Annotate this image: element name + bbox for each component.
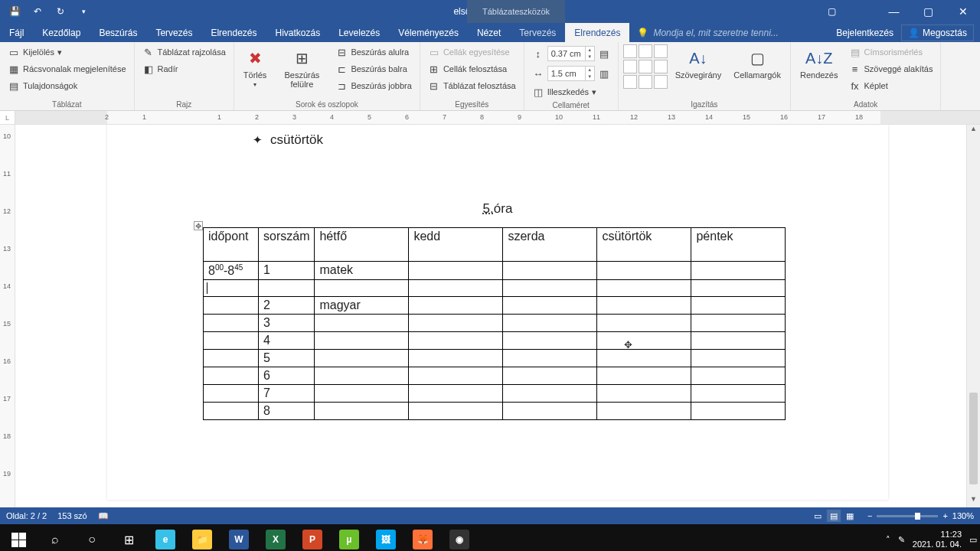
table-cell[interactable] xyxy=(409,262,503,280)
qat-more-icon[interactable]: ▾ xyxy=(77,5,90,18)
table-cell[interactable]: magyar xyxy=(315,297,409,315)
tab-table-layout[interactable]: Elrendezés xyxy=(565,23,629,42)
scroll-down-arrow[interactable]: ▼ xyxy=(967,495,980,507)
table-cell[interactable] xyxy=(409,403,503,420)
scroll-up-arrow[interactable]: ▲ xyxy=(967,125,980,137)
table-cell[interactable] xyxy=(691,367,786,385)
tab-references[interactable]: Hivatkozás xyxy=(266,23,330,42)
row-height-value[interactable]: 0.37 cm xyxy=(548,49,585,58)
table-cell[interactable] xyxy=(597,262,691,280)
taskbar-app-explorer[interactable]: 📁 xyxy=(184,524,220,551)
start-button[interactable] xyxy=(0,524,37,551)
table-cell[interactable]: 6 xyxy=(259,367,315,385)
minimize-button[interactable]: — xyxy=(877,0,911,23)
formula-button[interactable]: fxKéplet xyxy=(846,78,936,93)
properties-button[interactable]: ▤Tulajdonságok xyxy=(5,78,129,93)
table-cell[interactable]: 4 xyxy=(259,332,315,350)
col-width-control[interactable]: ↔1.5 cm▲▼▥ xyxy=(529,64,613,83)
table-cell[interactable] xyxy=(691,332,786,350)
table-cell[interactable]: matek xyxy=(315,262,409,280)
tab-home[interactable]: Kezdőlap xyxy=(33,23,90,42)
table-cell[interactable] xyxy=(691,297,786,315)
merge-cells-button[interactable]: ▭Cellák egyesítése xyxy=(425,44,519,60)
table-cell[interactable] xyxy=(597,385,691,403)
vertical-scrollbar[interactable]: ▲ ▼ xyxy=(966,125,980,507)
table-cell[interactable] xyxy=(503,403,597,420)
table-header-cell[interactable]: szerda xyxy=(503,228,597,262)
taskview-button[interactable]: ⊞ xyxy=(110,524,147,551)
document-table[interactable]: időpontsorszámhétfőkeddszerdacsütörtökpé… xyxy=(203,227,786,420)
table-cell[interactable] xyxy=(691,315,786,332)
table-move-handle[interactable]: ✥ xyxy=(194,221,203,230)
signin-link[interactable]: Bejelentkezés xyxy=(836,28,893,38)
taskbar-app-firefox[interactable]: 🦊 xyxy=(404,524,441,551)
table-cell[interactable] xyxy=(204,403,259,420)
table-cell[interactable]: 2 xyxy=(259,297,315,315)
table-cell[interactable]: 7 xyxy=(259,385,315,403)
table-cell[interactable] xyxy=(597,350,691,367)
taskbar-app-excel[interactable]: X xyxy=(257,524,294,551)
table-cell[interactable] xyxy=(691,280,786,297)
table-header-cell[interactable]: péntek xyxy=(691,228,786,262)
table-cell[interactable] xyxy=(204,332,259,350)
sort-button[interactable]: A↓ZRendezés xyxy=(795,44,843,83)
table-header-cell[interactable]: időpont xyxy=(204,228,259,262)
table-cell[interactable]: 5 xyxy=(259,350,315,367)
select-button[interactable]: ▭Kijelölés ▾ xyxy=(5,44,129,60)
taskbar-app-word[interactable]: W xyxy=(220,524,257,551)
tray-overflow-icon[interactable]: ˄ xyxy=(886,535,890,545)
table-cell[interactable] xyxy=(503,262,597,280)
insert-right-button[interactable]: ⊐Beszúrás jobbra xyxy=(332,78,415,93)
notifications-icon[interactable]: ▭ xyxy=(969,535,977,545)
table-header-cell[interactable]: sorszám xyxy=(259,228,315,262)
delete-button[interactable]: ✖Törlés▾ xyxy=(239,44,272,91)
table-cell[interactable] xyxy=(503,332,597,350)
vertical-ruler[interactable]: 10111213141516171819 xyxy=(0,125,15,507)
zoom-out-button[interactable]: − xyxy=(867,511,872,520)
tab-layout[interactable]: Elrendezés xyxy=(201,23,266,42)
ink-icon[interactable]: ✎ xyxy=(898,535,905,545)
tab-insert[interactable]: Beszúrás xyxy=(90,23,146,42)
print-layout-button[interactable]: ▤ xyxy=(827,510,841,522)
undo-icon[interactable]: ↶ xyxy=(31,5,44,18)
ribbon-display-icon[interactable]: ▢ xyxy=(822,6,842,17)
table-cell[interactable] xyxy=(503,280,597,297)
split-cells-button[interactable]: ⊞Cellák felosztása xyxy=(425,61,519,77)
table-cell[interactable] xyxy=(315,403,409,420)
table-cell[interactable] xyxy=(204,385,259,403)
redo-icon[interactable]: ↻ xyxy=(54,5,67,18)
table-cell[interactable]: 1 xyxy=(259,262,315,280)
tab-view[interactable]: Nézet xyxy=(468,23,510,42)
table-cell[interactable] xyxy=(597,280,691,297)
table-header-cell[interactable]: hétfő xyxy=(315,228,409,262)
table-header-cell[interactable]: csütörtök xyxy=(597,228,691,262)
table-cell[interactable] xyxy=(691,385,786,403)
table-cell[interactable] xyxy=(503,367,597,385)
table-cell[interactable] xyxy=(503,350,597,367)
autofit-button[interactable]: ◫Illeszkedés ▾ xyxy=(529,84,613,99)
insert-above-button[interactable]: ⊞Beszúrás felülre xyxy=(274,44,329,92)
col-width-value[interactable]: 1.5 cm xyxy=(548,69,585,78)
save-icon[interactable]: 💾 xyxy=(8,5,21,18)
table-cell[interactable] xyxy=(315,367,409,385)
tab-mailings[interactable]: Levelezés xyxy=(329,23,389,42)
table-cell[interactable] xyxy=(315,385,409,403)
table-cell[interactable] xyxy=(597,297,691,315)
split-table-button[interactable]: ⊟Táblázat felosztása xyxy=(425,78,519,93)
zoom-value[interactable]: 130% xyxy=(952,511,974,520)
row-height-control[interactable]: ↕0.37 cm▲▼▤ xyxy=(529,44,613,63)
taskbar-app-utorrent[interactable]: µ xyxy=(331,524,368,551)
share-button[interactable]: 👤Megosztás xyxy=(901,24,974,41)
table-cell[interactable]: 8 xyxy=(259,403,315,420)
bullet-line[interactable]: ✦ csütörtök xyxy=(253,132,323,148)
table-cell[interactable] xyxy=(315,332,409,350)
page-indicator[interactable]: Oldal: 2 / 2 xyxy=(6,511,47,520)
spellcheck-icon[interactable]: 📖 xyxy=(98,511,109,521)
table-cell[interactable] xyxy=(409,367,503,385)
zoom-in-button[interactable]: + xyxy=(942,511,947,520)
horizontal-ruler[interactable]: L 21123456789101112131415161718 xyxy=(0,111,980,125)
table-caption[interactable]: 5.óra xyxy=(107,201,888,217)
table-cell[interactable] xyxy=(691,262,786,280)
dist-cols-icon[interactable]: ▥ xyxy=(598,67,610,80)
table-cell[interactable] xyxy=(409,385,503,403)
